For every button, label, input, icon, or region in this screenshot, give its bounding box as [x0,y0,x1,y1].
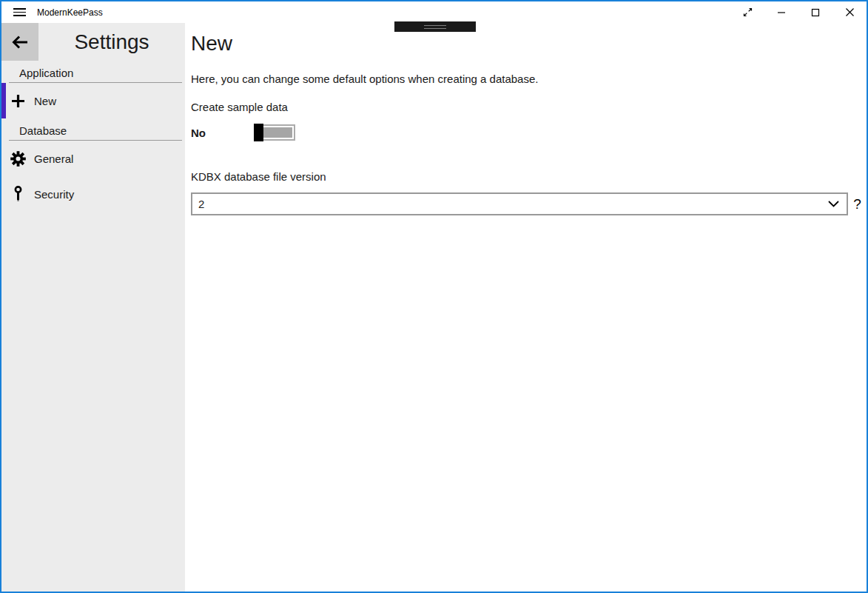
hamburger-icon [13,8,26,10]
selected-indicator [1,83,6,118]
fullscreen-button[interactable] [730,1,764,23]
title-bar: ModernKeePass [1,1,867,23]
back-button[interactable] [1,23,38,61]
settings-page-new: New Here, you can change some default op… [185,23,867,592]
sidebar-item-label: New [34,95,56,107]
app-window: ModernKeePass [0,0,868,593]
window-controls [730,1,867,23]
gear-icon [1,151,34,167]
dropdown-selected-value: 2 [198,198,828,210]
toggle-state-label: No [191,127,254,139]
sidebar-item-label: Security [34,188,74,201]
sidebar-section-database: Database [9,123,182,141]
sample-data-label: Create sample data [191,101,867,113]
close-icon [845,7,855,17]
main-area: Settings Application New Database [1,23,867,592]
plus-icon [1,94,34,108]
sidebar-header: Settings [1,23,185,61]
page-title: New [191,31,867,56]
maximize-icon [811,8,820,17]
grabber-lines-icon [424,25,446,29]
sidebar-item-general[interactable]: General [1,141,185,176]
kdbx-version-dropdown[interactable]: 2 [191,192,848,215]
sidebar-title: Settings [38,23,185,61]
app-title: ModernKeePass [37,7,103,18]
kdbx-version-row: 2 ? [191,192,867,215]
settings-sidebar: Settings Application New Database [1,23,185,592]
sidebar-item-security[interactable]: Security [1,176,185,212]
sidebar-item-new[interactable]: New [1,83,185,118]
sidebar-item-label: General [34,153,73,165]
help-question-mark: ? [848,196,867,212]
close-button[interactable] [832,1,867,23]
back-arrow-icon [11,36,29,49]
chevron-down-icon [828,201,839,207]
toggle-thumb[interactable] [254,124,263,141]
minimize-icon [777,8,786,17]
create-sample-data-toggle[interactable] [254,124,295,141]
fullscreen-icon [742,7,753,18]
maximize-button[interactable] [798,1,832,23]
sample-data-toggle-row: No [191,123,867,142]
fullscreen-exit-handle[interactable] [394,21,476,32]
key-icon [1,186,34,202]
page-description: Here, you can change some default option… [191,73,867,85]
minimize-button[interactable] [764,1,798,23]
kdbx-version-label: KDBX database file version [191,170,867,183]
hamburger-menu-button[interactable] [1,1,37,23]
sidebar-section-application: Application [9,65,182,83]
